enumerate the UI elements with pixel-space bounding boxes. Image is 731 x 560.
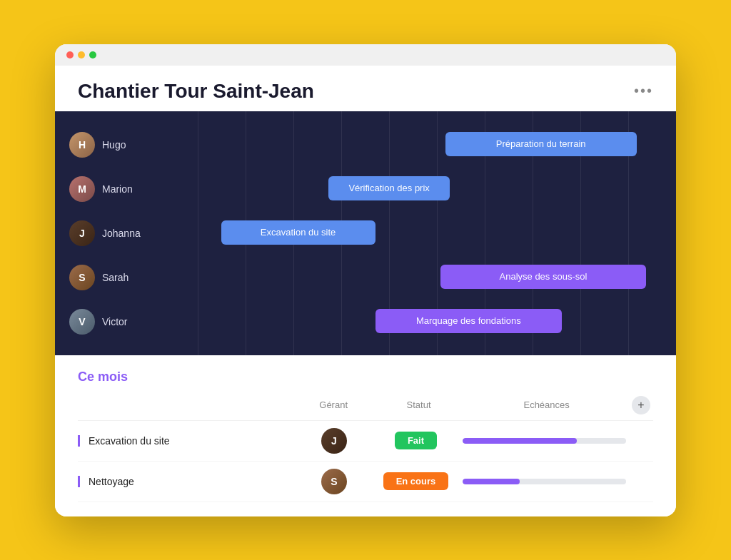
table-row: Excavation du site J Fait [78, 421, 653, 462]
task-statut: En cours [375, 472, 457, 490]
person-info: H Hugo [69, 132, 198, 158]
browser-bar [55, 44, 676, 66]
status-badge: En cours [383, 472, 449, 490]
dot-yellow[interactable] [78, 51, 85, 58]
gantt-row: H Hugo Préparation du terrain [55, 123, 676, 167]
gantt-rows: H Hugo Préparation du terrain M Marion V… [55, 123, 676, 344]
gantt-row: V Victor Marquage des fondations [55, 300, 676, 344]
task-gerant: J [293, 428, 375, 454]
gantt-bar[interactable]: Préparation du terrain [445, 132, 637, 156]
task-echeances [457, 438, 632, 444]
add-task-button[interactable]: + [632, 396, 650, 414]
person-info: M Marion [69, 176, 198, 202]
person-info: V Victor [69, 309, 198, 335]
gantt-bar[interactable]: Marquage des fondations [375, 309, 563, 333]
task-rows: Excavation du site J Fait Nettoyage S En… [78, 421, 653, 502]
gantt-track: Marquage des fondations [198, 309, 665, 335]
gantt-row: M Marion Vérification des prix [55, 167, 676, 211]
gantt-bar[interactable]: Analyse des sous-sol [440, 265, 646, 289]
gantt-row: S Sarah Analyse des sous-sol [55, 255, 676, 300]
gantt-track: Analyse des sous-sol [198, 265, 665, 290]
col-header-statut: Statut [376, 399, 461, 410]
person-name: Sarah [102, 272, 128, 283]
col-header-gerant: Gérant [291, 399, 375, 410]
app-header: Chantier Tour Saint-Jean ••• [55, 66, 676, 111]
avatar: J [69, 220, 95, 246]
browser-window: Chantier Tour Saint-Jean ••• H Hugo Prép… [55, 44, 676, 516]
task-statut: Fait [375, 432, 457, 449]
section-title: Ce mois [78, 370, 653, 385]
avatar: H [69, 132, 95, 158]
progress-bar [463, 438, 626, 444]
task-echeances [457, 479, 632, 484]
person-info: S Sarah [69, 265, 198, 290]
task-gerant: S [293, 469, 375, 494]
progress-bar [463, 479, 626, 484]
task-name: Excavation du site [78, 435, 293, 447]
person-name: Marion [102, 183, 133, 195]
avatar: V [69, 309, 95, 335]
status-badge: Fait [395, 432, 437, 449]
bottom-section: Ce mois Gérant Statut Echéances + Excava… [55, 355, 676, 516]
gantt-track: Préparation du terrain [198, 132, 665, 158]
avatar: S [69, 265, 95, 290]
avatar: S [321, 469, 347, 494]
gantt-bar[interactable]: Vérification des prix [328, 176, 450, 200]
gantt-row: J Johanna Excavation du site [55, 211, 676, 255]
gantt-chart: H Hugo Préparation du terrain M Marion V… [55, 111, 676, 355]
person-name: Victor [102, 316, 128, 327]
table-row: Nettoyage S En cours [78, 462, 653, 502]
col-header-echeances: Echéances [461, 399, 632, 410]
page-title: Chantier Tour Saint-Jean [78, 80, 314, 103]
gantt-bar[interactable]: Excavation du site [221, 220, 375, 245]
progress-fill [463, 438, 577, 444]
table-header: Gérant Statut Echéances + [78, 396, 653, 421]
person-name: Johanna [102, 228, 141, 239]
dot-green[interactable] [89, 51, 96, 58]
avatar: J [321, 428, 347, 454]
more-options-button[interactable]: ••• [634, 83, 653, 99]
avatar: M [69, 176, 95, 202]
progress-fill [463, 479, 520, 484]
gantt-track: Vérification des prix [198, 176, 665, 202]
person-name: Hugo [102, 139, 126, 151]
person-info: J Johanna [69, 220, 198, 246]
gantt-track: Excavation du site [198, 220, 665, 246]
task-name: Nettoyage [78, 476, 293, 487]
dot-red[interactable] [66, 51, 74, 58]
